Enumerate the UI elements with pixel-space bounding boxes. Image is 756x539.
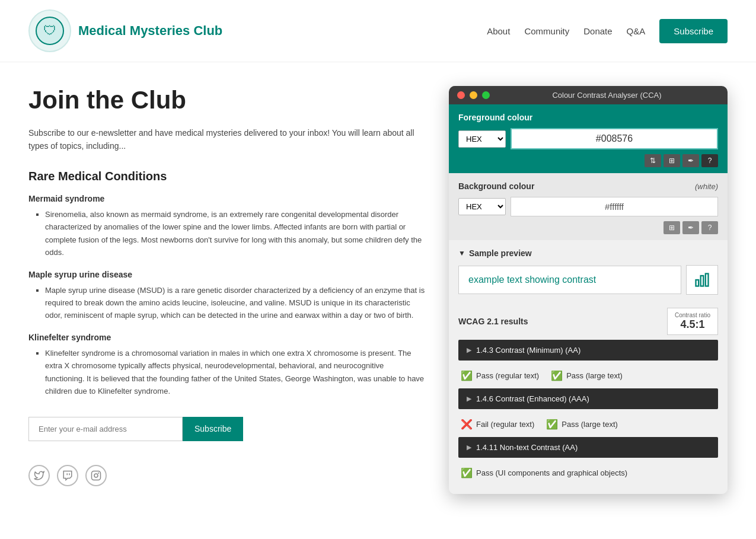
nav-qa[interactable]: Q&A bbox=[627, 26, 646, 36]
fg-row: HEX RGB HSL bbox=[458, 128, 718, 149]
condition-maple-title: Maple syrup urine disease bbox=[28, 270, 425, 279]
wcag-1411-results: ✅ Pass (UI components and graphical obje… bbox=[458, 463, 718, 483]
pass-icon: ✅ bbox=[461, 467, 473, 479]
fg-label: Foreground colour bbox=[458, 113, 718, 122]
bg-label: Background colour bbox=[458, 181, 534, 191]
wcag-1411-ui-label: Pass (UI components and graphical object… bbox=[476, 468, 627, 477]
fg-format-select[interactable]: HEX RGB HSL bbox=[458, 130, 506, 148]
condition-mermaid-title: Mermaid syndrome bbox=[28, 194, 425, 203]
brand-logo: 🛡 bbox=[28, 9, 71, 52]
wcag-146-large-result: ✅ Pass (large text) bbox=[546, 419, 618, 430]
email-input[interactable] bbox=[28, 417, 183, 441]
nav-subscribe-button[interactable]: Subscribe bbox=[659, 19, 728, 43]
foreground-section: Foreground colour HEX RGB HSL ⇅ ⊞ ✒ ? bbox=[449, 104, 728, 173]
bg-hex-input[interactable] bbox=[511, 197, 718, 216]
maximize-button[interactable] bbox=[482, 91, 490, 99]
wcag-label: WCAG 2.1 results bbox=[458, 317, 528, 326]
condition-klinefelter: Klinefelter syndrome Klinefelter syndrom… bbox=[28, 333, 425, 398]
fg-sliders-button[interactable]: ⊞ bbox=[664, 154, 680, 167]
fg-swap-button[interactable]: ⇅ bbox=[645, 154, 661, 167]
bg-header: Background colour (white) bbox=[458, 181, 718, 191]
fg-hex-input[interactable] bbox=[511, 128, 718, 149]
twitch-icon[interactable] bbox=[57, 465, 78, 486]
wcag-1411-item[interactable]: ▶ 1.4.11 Non-text Contrast (AA) bbox=[458, 437, 718, 458]
wcag-146-regular-result: ❌ Fail (regular text) bbox=[461, 419, 534, 430]
svg-point-4 bbox=[98, 473, 99, 473]
wcag-results-section: WCAG 2.1 results Contrast ratio 4.5:1 ▶ … bbox=[449, 303, 728, 494]
twitter-icon[interactable] bbox=[28, 465, 50, 486]
bg-help-button[interactable]: ? bbox=[701, 221, 718, 234]
section-title: Rare Medical Conditions bbox=[28, 170, 425, 183]
results-header: WCAG 2.1 results Contrast ratio 4.5:1 bbox=[458, 303, 718, 340]
bg-row: HEX RGB HSL bbox=[458, 197, 718, 216]
wcag-143-regular-label: Pass (regular text) bbox=[476, 371, 539, 380]
email-subscribe-button[interactable]: Subscribe bbox=[183, 417, 243, 441]
content-area: Join the Club Subscribe to our e-newslet… bbox=[28, 86, 425, 494]
wcag-146-arrow-icon: ▶ bbox=[467, 395, 471, 403]
instagram-icon[interactable] bbox=[85, 465, 107, 486]
fg-help-button[interactable]: ? bbox=[701, 154, 718, 167]
cca-panel: Colour Contrast Analyser (CCA) Foregroun… bbox=[449, 86, 728, 494]
svg-text:🛡: 🛡 bbox=[43, 23, 56, 38]
condition-klinefelter-title: Klinefelter syndrome bbox=[28, 333, 425, 342]
wcag-146-results: ❌ Fail (regular text) ✅ Pass (large text… bbox=[458, 414, 718, 435]
preview-section: ▼ Sample preview example text showing co… bbox=[449, 240, 728, 303]
svg-rect-6 bbox=[701, 276, 704, 286]
wcag-1411-label: 1.4.11 Non-text Contrast (AA) bbox=[476, 443, 578, 452]
bg-sliders-button[interactable]: ⊞ bbox=[664, 221, 680, 234]
brand-name: Medical Mysteries Club bbox=[78, 23, 222, 39]
bg-white-label: (white) bbox=[695, 182, 718, 191]
preview-arrow-icon: ▼ bbox=[458, 249, 465, 257]
svg-rect-7 bbox=[706, 274, 709, 286]
wcag-143-item[interactable]: ▶ 1.4.3 Contrast (Minimum) (AA) bbox=[458, 340, 718, 361]
nav-brand: 🛡 Medical Mysteries Club bbox=[28, 9, 222, 52]
condition-mermaid-text: Sirenomelia, also known as mermaid syndr… bbox=[28, 208, 425, 259]
wcag-146-regular-label: Fail (regular text) bbox=[476, 420, 534, 429]
page-title: Join the Club bbox=[28, 86, 425, 114]
fg-picker-button[interactable]: ✒ bbox=[682, 154, 699, 167]
nav-links: About Community Donate Q&A Subscribe bbox=[487, 19, 728, 43]
wcag-143-regular-result: ✅ Pass (regular text) bbox=[461, 370, 539, 381]
page-description: Subscribe to our e-newsletter and have m… bbox=[28, 126, 425, 153]
wcag-143-label: 1.4.3 Contrast (Minimum) (AA) bbox=[476, 346, 580, 355]
cca-titlebar: Colour Contrast Analyser (CCA) bbox=[449, 86, 728, 104]
wcag-143-large-result: ✅ Pass (large text) bbox=[551, 370, 623, 381]
pass-icon: ✅ bbox=[546, 419, 558, 430]
nav-donate[interactable]: Donate bbox=[583, 26, 612, 36]
nav-about[interactable]: About bbox=[487, 26, 510, 36]
wcag-143-results: ✅ Pass (regular text) ✅ Pass (large text… bbox=[458, 365, 718, 386]
fail-icon: ❌ bbox=[461, 419, 473, 430]
bg-tools: ⊞ ✒ ? bbox=[458, 221, 718, 234]
preview-content: example text showing contrast bbox=[458, 265, 718, 295]
minimize-button[interactable] bbox=[470, 91, 477, 99]
nav-community[interactable]: Community bbox=[524, 26, 569, 36]
condition-maple: Maple syrup urine disease Maple syrup ur… bbox=[28, 270, 425, 322]
bg-format-select[interactable]: HEX RGB HSL bbox=[458, 198, 506, 215]
wcag-143-large-label: Pass (large text) bbox=[566, 371, 623, 380]
pass-icon: ✅ bbox=[461, 370, 473, 381]
wcag-143-arrow-icon: ▶ bbox=[467, 346, 471, 354]
chart-view-button[interactable] bbox=[686, 265, 718, 295]
pass-icon: ✅ bbox=[551, 370, 563, 381]
wcag-146-item[interactable]: ▶ 1.4.6 Contrast (Enhanced) (AAA) bbox=[458, 388, 718, 409]
wcag-146-label: 1.4.6 Contrast (Enhanced) (AAA) bbox=[476, 394, 589, 403]
close-button[interactable] bbox=[457, 91, 465, 99]
fg-tools: ⇅ ⊞ ✒ ? bbox=[458, 154, 718, 167]
social-icons bbox=[28, 465, 425, 486]
email-section: Subscribe bbox=[28, 417, 425, 441]
preview-header: ▼ Sample preview bbox=[458, 248, 718, 258]
preview-title: Sample preview bbox=[469, 248, 532, 258]
bg-picker-button[interactable]: ✒ bbox=[682, 221, 699, 234]
wcag-1411-ui-result: ✅ Pass (UI components and graphical obje… bbox=[461, 467, 627, 479]
background-section: Background colour (white) HEX RGB HSL ⊞ … bbox=[449, 173, 728, 240]
svg-rect-2 bbox=[92, 471, 101, 480]
contrast-ratio-box: Contrast ratio 4.5:1 bbox=[667, 308, 718, 335]
contrast-ratio-label: Contrast ratio bbox=[675, 312, 710, 318]
condition-maple-text: Maple syrup urine disease (MSUD) is a ra… bbox=[28, 284, 425, 322]
contrast-ratio-value: 4.5:1 bbox=[675, 318, 710, 331]
navbar: 🛡 Medical Mysteries Club About Community… bbox=[0, 0, 756, 62]
cca-title: Colour Contrast Analyser (CCA) bbox=[495, 91, 719, 100]
svg-point-3 bbox=[94, 474, 98, 477]
condition-klinefelter-text: Klinefelter syndrome is a chromosomal va… bbox=[28, 347, 425, 398]
wcag-1411-arrow-icon: ▶ bbox=[467, 444, 471, 451]
